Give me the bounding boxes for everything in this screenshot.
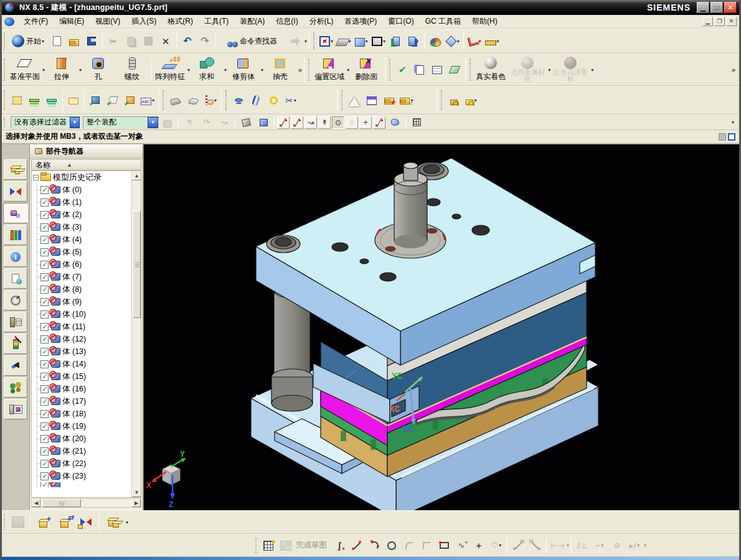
- assembly-navigator-tab[interactable]: [4, 159, 27, 180]
- snap-intersection-button[interactable]: ↟: [318, 116, 331, 129]
- menu-item[interactable]: 首选项(P): [339, 14, 382, 29]
- menu-item[interactable]: 视图(V): [90, 14, 126, 29]
- tree-item-row[interactable]: 体 (5): [32, 246, 131, 258]
- measure-button[interactable]: ▾: [466, 33, 483, 49]
- visibility-checkbox[interactable]: [40, 447, 49, 455]
- scroll-left-icon[interactable]: ◀: [32, 499, 40, 507]
- visibility-checkbox[interactable]: [40, 373, 49, 381]
- quick-trim-button[interactable]: [510, 538, 526, 554]
- visibility-checkbox[interactable]: [40, 385, 49, 393]
- tree-item-row[interactable]: 体 (1): [32, 196, 131, 208]
- point-button[interactable]: +: [471, 538, 487, 554]
- visibility-checkbox[interactable]: [40, 248, 49, 256]
- examine-body-button[interactable]: ✔: [87, 92, 103, 108]
- visibility-checkbox[interactable]: [40, 398, 49, 406]
- visibility-checkbox[interactable]: [40, 273, 49, 281]
- visibility-checkbox[interactable]: [40, 410, 49, 418]
- chevron-down-icon[interactable]: ▾: [126, 520, 128, 525]
- constraint-display-button[interactable]: ▸⫽▾: [626, 538, 643, 554]
- snap-endpoint-button[interactable]: ╱: [277, 116, 290, 129]
- visibility-checkbox[interactable]: [40, 298, 49, 306]
- maximize-button[interactable]: □: [710, 2, 723, 13]
- toolbar-grip[interactable]: [441, 90, 443, 110]
- chevron-down-icon[interactable]: ▾: [644, 543, 646, 548]
- menu-item[interactable]: 帮助(H): [466, 14, 503, 29]
- true-shading-button[interactable]: 真实着色: [474, 55, 507, 84]
- tree-item-row[interactable]: 体 (18): [32, 408, 131, 420]
- tree-item-row[interactable]: 体 (0): [32, 184, 131, 196]
- shell-button[interactable]: 抽壳: [264, 55, 296, 84]
- toolbar-grip[interactable]: [4, 32, 6, 49]
- tree-item-row[interactable]: 体 (10): [32, 308, 131, 320]
- pattern-component-button[interactable]: [102, 513, 125, 531]
- chevron-down-icon[interactable]: ▾: [347, 67, 349, 73]
- tree-item-row[interactable]: 体 (14): [32, 358, 131, 370]
- profile-button[interactable]: ʃ●: [331, 538, 347, 554]
- triangle-mesh-button[interactable]: [346, 92, 362, 108]
- tree-horizontal-scrollbar[interactable]: ◀ ▶: [31, 498, 141, 508]
- snap-center-button[interactable]: ⊙: [332, 116, 344, 129]
- visibility-checkbox[interactable]: [40, 422, 49, 431]
- show-constraints-button[interactable]: ⊘: [609, 538, 625, 554]
- add-component-button[interactable]: +: [33, 513, 53, 531]
- sketch-button[interactable]: ★: [260, 538, 276, 554]
- minimize-button[interactable]: ▁: [697, 2, 709, 13]
- visibility-checkbox[interactable]: [40, 223, 49, 231]
- chevron-down-icon[interactable]: ▾: [591, 67, 593, 73]
- wizard-tab[interactable]: [4, 355, 27, 376]
- process-studio-tab[interactable]: [4, 312, 27, 332]
- toolbar-grip[interactable]: [470, 58, 471, 81]
- assembly-constraints-button[interactable]: [75, 513, 97, 531]
- unlock-feature-button[interactable]: ▾: [463, 92, 479, 108]
- menu-item[interactable]: 窗口(O): [382, 14, 419, 29]
- part-navigator-tab[interactable]: ⊚: [3, 203, 28, 223]
- toolbar-grip[interactable]: [4, 514, 6, 530]
- scroll-up-icon[interactable]: ▲: [132, 171, 141, 180]
- die-assembly-model[interactable]: YC XC ZC Y X Z: [144, 144, 739, 510]
- move-component-button[interactable]: ⇄: [54, 513, 74, 531]
- visibility-checkbox[interactable]: [40, 482, 49, 487]
- name-column-header[interactable]: 名称 ▲: [31, 159, 141, 170]
- tree-item-row[interactable]: 体 (2): [32, 208, 131, 221]
- attribute-check-button[interactable]: ABC▾: [139, 92, 156, 108]
- system-scenes-tab[interactable]: [4, 399, 27, 419]
- toolbar-grip[interactable]: [313, 32, 315, 49]
- tree-item-row[interactable]: 体 (21): [32, 445, 131, 457]
- quick-extend-button[interactable]: [527, 538, 544, 554]
- doc-restore-button[interactable]: ❐: [714, 17, 725, 26]
- combo-dropdown-icon[interactable]: ▼: [70, 117, 80, 128]
- menu-item[interactable]: 文件(F): [18, 14, 54, 29]
- ring-tool-button[interactable]: [265, 92, 281, 108]
- selection-scope-combo[interactable]: 整个装配 ▼: [83, 116, 159, 129]
- grid-snap-button[interactable]: [408, 116, 425, 129]
- auto-constrain-button[interactable]: ⌐▾: [592, 538, 608, 554]
- visibility-checkbox[interactable]: [40, 211, 49, 219]
- toolbar-grip[interactable]: [4, 117, 6, 128]
- status-grid-icon[interactable]: [719, 133, 726, 141]
- scrollbar-thumb[interactable]: [42, 499, 81, 507]
- menu-item[interactable]: 信息(I): [270, 14, 303, 29]
- cut-button[interactable]: ✂: [105, 33, 121, 49]
- chevron-down-icon[interactable]: ▾: [42, 67, 45, 73]
- chevron-down-icon[interactable]: ▾: [224, 67, 227, 73]
- menu-item[interactable]: 分析(L): [304, 14, 339, 29]
- visibility-checkbox[interactable]: [40, 261, 49, 269]
- offset-region-button[interactable]: 偏置区域: [313, 55, 346, 84]
- visibility-checkbox[interactable]: [40, 310, 49, 319]
- circle-button[interactable]: [384, 538, 400, 554]
- toolbar-grip[interactable]: [4, 90, 6, 110]
- menu-item[interactable]: 插入(S): [126, 14, 162, 29]
- deviation-gauge-button[interactable]: ▾: [202, 92, 219, 108]
- scroll-down-icon[interactable]: ▼: [132, 488, 141, 497]
- view-orient-button[interactable]: ▾: [353, 33, 369, 49]
- visualization-tab[interactable]: [4, 334, 27, 354]
- tree-item-row[interactable]: 体 (13): [32, 345, 131, 358]
- toolbar-grip[interactable]: [225, 90, 227, 110]
- geometric-constraints-button[interactable]: ⫽⊥: [574, 538, 590, 554]
- layer-category-button[interactable]: [44, 92, 60, 108]
- tree-item-row[interactable]: 体 (6): [32, 258, 131, 271]
- select-chain-button[interactable]: ↝: [216, 116, 232, 129]
- combo-dropdown-icon[interactable]: ▼: [148, 117, 158, 128]
- examine-geometry-button[interactable]: ✔: [394, 62, 410, 78]
- point-set-folder-button[interactable]: ✚: [381, 92, 397, 108]
